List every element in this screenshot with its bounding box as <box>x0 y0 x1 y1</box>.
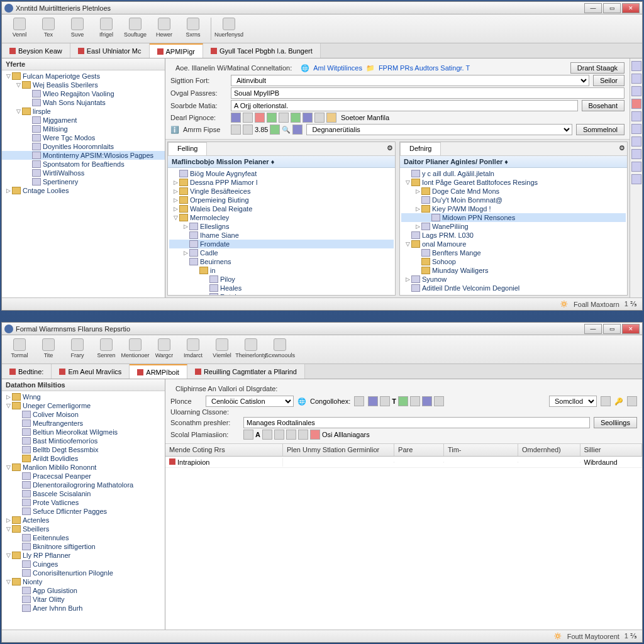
tree-node[interactable]: ▽Nionty <box>2 577 165 586</box>
font-select[interactable]: Aitinvibult <box>231 75 589 86</box>
tool-icon[interactable] <box>422 396 432 406</box>
gear-icon[interactable]: ⚙ <box>617 142 627 155</box>
toolbar-button[interactable]: Tormal <box>6 337 33 362</box>
document-tab[interactable]: APMIPigr <box>150 43 203 58</box>
breadcrumb-link-1[interactable]: Aml Witptilinces <box>313 64 362 72</box>
passes-input[interactable] <box>231 87 625 99</box>
tree-node[interactable]: ▷Cntage Loolies <box>2 186 165 195</box>
tree-node[interactable]: Dlenentorailogroring Mathatolora <box>2 480 165 489</box>
tree-node[interactable]: Spertinenry <box>2 177 165 186</box>
toolbar-button[interactable]: Souftuge <box>121 16 149 42</box>
tool-icon[interactable] <box>255 113 265 123</box>
tool-icon[interactable] <box>231 125 241 135</box>
tree-node[interactable]: Conorisiltenurtion Pilognle <box>2 569 165 577</box>
tree-toggle-icon[interactable]: ▷ <box>182 250 189 256</box>
maximize-button[interactable]: ▭ <box>603 3 621 13</box>
action-button-4[interactable]: Sommelnol <box>576 124 625 135</box>
tree-node[interactable]: Sohoop <box>401 257 626 266</box>
tool-icon[interactable] <box>262 430 272 440</box>
tree-node[interactable]: Montinterny APSIM:Wlosios Pagpes <box>2 151 165 160</box>
tree-node[interactable]: Belltb Degt Bessmbix <box>2 445 165 454</box>
tool-icon[interactable] <box>368 396 378 406</box>
tool-icon[interactable] <box>410 396 420 406</box>
tree-toggle-icon[interactable]: ▽ <box>4 73 12 79</box>
toolbar-button[interactable]: Mentionoer <box>121 337 149 362</box>
search-icon[interactable]: 🔍 <box>282 126 291 134</box>
media-input[interactable] <box>231 100 578 111</box>
tool-icon[interactable] <box>267 113 277 123</box>
toolbar-button[interactable]: Theinerlonty <box>237 337 265 362</box>
column-header[interactable]: Pare <box>394 444 444 456</box>
gear-icon[interactable]: ⚙ <box>385 142 395 155</box>
pane-tab[interactable]: Felling <box>168 142 207 155</box>
minimize-button[interactable]: — <box>584 3 602 13</box>
tool-icon[interactable] <box>627 396 637 406</box>
toolbar-button[interactable]: Suve <box>64 16 91 42</box>
minimize-button[interactable]: — <box>584 324 602 334</box>
tree-toggle-icon[interactable]: ▷ <box>172 206 179 212</box>
tool-icon[interactable] <box>314 113 325 123</box>
column-header[interactable]: Omdernhed) <box>518 444 580 456</box>
tree-node[interactable]: Ihame Siane <box>169 231 394 240</box>
tree-toggle-icon[interactable]: ▷ <box>414 206 421 212</box>
sidebar-tool-icon[interactable] <box>631 111 641 121</box>
font-tool-icon[interactable]: A <box>255 431 260 438</box>
tool-icon[interactable] <box>279 113 289 123</box>
tree-toggle-icon[interactable]: ▽ <box>4 464 12 470</box>
tree-node[interactable]: ▷Waleis Deal Reigate <box>169 204 394 213</box>
tree-node[interactable]: y c aill dull. Agälil.jletaln <box>401 169 626 178</box>
tool-icon[interactable] <box>354 396 364 406</box>
tree-toggle-icon[interactable]: ▽ <box>404 179 411 186</box>
tree-node[interactable]: WirtliWalhoss <box>2 169 165 177</box>
text-icon[interactable]: T <box>392 397 396 405</box>
tree-toggle-icon[interactable]: ▷ <box>172 179 179 186</box>
tree-toggle-icon[interactable]: ▷ <box>4 187 12 194</box>
table-body[interactable]: IntrapioionWibrdaund <box>165 457 642 630</box>
tree-node[interactable]: ▷WanePiliing <box>401 222 626 231</box>
tree-toggle-icon[interactable]: ▽ <box>4 579 12 585</box>
tree-node[interactable]: Prote Vatlicnes <box>2 498 165 507</box>
tree-toggle-icon[interactable]: ▽ <box>14 108 22 114</box>
tree-node[interactable]: Miltising <box>2 125 165 133</box>
document-tab[interactable]: Bedtine: <box>2 364 52 379</box>
toolbar-button[interactable]: Nuerfenysd <box>215 16 243 42</box>
document-tab[interactable]: Beysion Keaw <box>2 43 70 58</box>
toolbar-button[interactable]: Ifrigel <box>92 16 120 42</box>
toolbar-button[interactable]: Vennl <box>6 16 33 42</box>
tool-icon[interactable] <box>326 113 336 123</box>
document-tab[interactable]: EasI Uhlniator Mc <box>70 43 150 58</box>
pane-tab[interactable]: Defnirg <box>400 142 441 155</box>
tool-icon[interactable] <box>398 396 408 406</box>
tree-node[interactable]: Miunday Wailigers <box>401 266 626 275</box>
close-button[interactable]: ✕ <box>622 324 640 334</box>
tool-icon[interactable] <box>243 430 253 440</box>
tree-node[interactable]: Beltiun Mieorolkat Wilgmeis <box>2 428 165 436</box>
tree-node[interactable]: Midown PPN Rensones <box>401 213 626 222</box>
tree-node[interactable]: Bascele Scisalanin <box>2 489 165 498</box>
document-tab[interactable]: Gyull Tacel Pbgbh l.a. Bungert <box>203 43 321 58</box>
column-header[interactable]: Tim- <box>444 444 518 456</box>
sidebar-tool-icon[interactable] <box>631 99 641 109</box>
tree-toggle-icon[interactable]: ▷ <box>172 197 179 203</box>
pane-tree[interactable]: Biög Moule Aygnyfeat▷Dessna PPP Miamor l… <box>168 168 395 295</box>
tree-node[interactable]: ▽Mermolecley <box>169 213 394 222</box>
tree-toggle-icon[interactable]: ▽ <box>4 526 12 532</box>
tool-icon[interactable] <box>243 125 253 135</box>
tool-icon[interactable] <box>286 430 296 440</box>
tree-toggle-icon[interactable]: ▷ <box>404 276 411 282</box>
tree-node[interactable]: Were Tgc Modos <box>2 133 165 142</box>
tree-node[interactable]: Eeitennules <box>2 533 165 542</box>
tool-icon[interactable] <box>298 430 308 440</box>
tree-node[interactable]: ▽Wej Beaslis Sberilers <box>2 80 165 89</box>
sidebar-tool-icon[interactable] <box>631 74 641 84</box>
titlebar[interactable]: Formal Wiarmnsms FIlaruns Repsrtio — ▭ ✕ <box>2 323 642 335</box>
tree-node[interactable]: Ratole <box>169 292 394 295</box>
breadcrumb-link-2[interactable]: FPRM PRs Audtors Satingr. T <box>379 64 470 72</box>
place-select[interactable]: Cenloöic Catislon <box>206 396 294 407</box>
tree-node[interactable]: ▷Dessna PPP Miamor l <box>169 178 394 187</box>
tree-node[interactable]: Pracecsal Peanper <box>2 472 165 480</box>
tree-node[interactable]: ▷Syunow <box>401 275 626 284</box>
tree-node[interactable]: Beuirnens <box>169 257 394 266</box>
toolbar-button[interactable]: Hewer <box>150 16 178 42</box>
tree-node[interactable]: ▽Fulcan Maperiotge Gests <box>2 72 165 80</box>
